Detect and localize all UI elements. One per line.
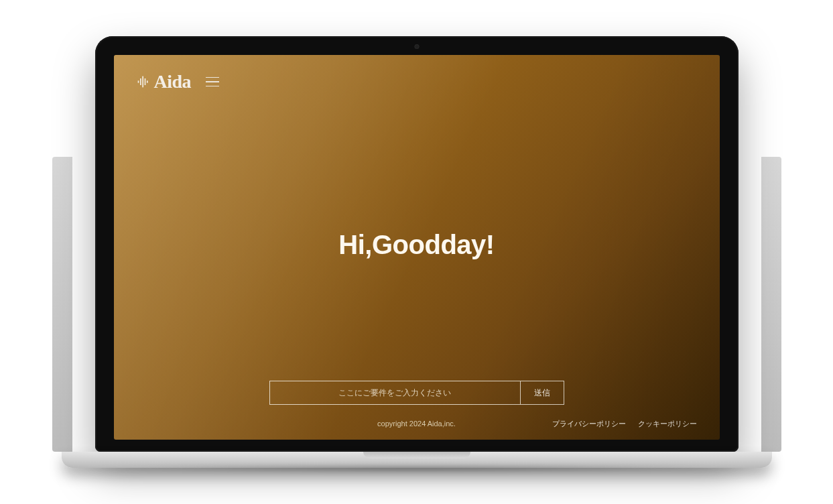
menu-button[interactable]	[203, 74, 222, 90]
footer-links: プライバシーポリシー クッキーポリシー	[552, 419, 697, 429]
hamburger-line	[206, 77, 219, 78]
brand-name: Aida	[154, 71, 192, 92]
laptop-lid: Aida Hi,Goodday! 送信 copyright	[95, 36, 739, 452]
hero-heading: Hi,Goodday!	[338, 230, 494, 260]
hamburger-line	[206, 81, 219, 82]
submit-button[interactable]: 送信	[521, 381, 564, 404]
cookie-policy-link[interactable]: クッキーポリシー	[638, 419, 697, 429]
svg-rect-0	[137, 80, 139, 82]
site-footer: copyright 2024 Aida,inc. プライバシーポリシー クッキー…	[114, 412, 720, 440]
svg-rect-3	[144, 78, 145, 85]
laptop-body-left	[52, 157, 72, 452]
laptop-base	[62, 452, 772, 468]
laptop-body-right	[761, 157, 781, 452]
svg-rect-4	[147, 80, 148, 82]
webcam-dot	[414, 44, 419, 49]
site-header: Aida	[114, 55, 720, 109]
svg-rect-2	[142, 76, 143, 88]
laptop-mockup: Aida Hi,Goodday! 送信 copyright	[62, 36, 772, 468]
hero-section: Hi,Goodday!	[114, 109, 720, 381]
svg-rect-1	[140, 78, 141, 85]
input-container: 送信	[269, 381, 564, 405]
hamburger-line	[206, 86, 219, 87]
privacy-policy-link[interactable]: プライバシーポリシー	[552, 419, 626, 429]
brand-logo[interactable]: Aida	[137, 71, 192, 92]
screen-content: Aida Hi,Goodday! 送信 copyright	[114, 55, 720, 440]
soundwave-icon	[137, 75, 150, 88]
message-input[interactable]	[270, 381, 520, 404]
copyright-text: copyright 2024 Aida,inc.	[377, 420, 456, 428]
contact-form: 送信	[114, 381, 720, 412]
